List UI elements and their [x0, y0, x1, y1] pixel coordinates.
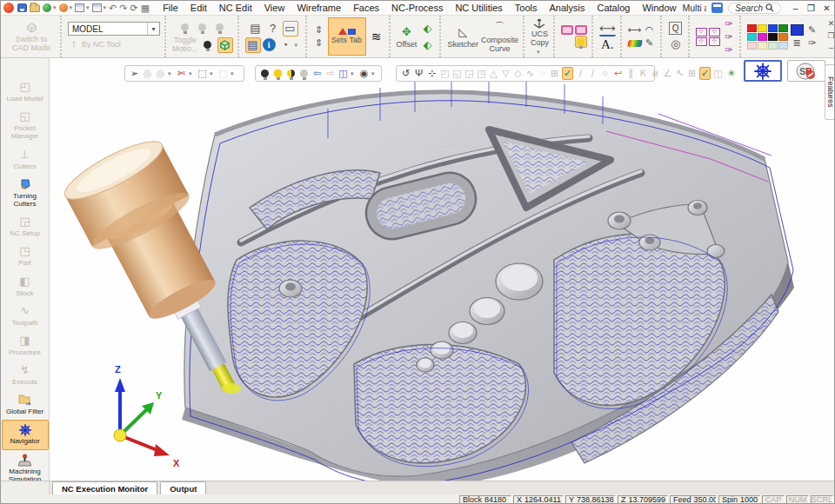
dropdown-icon[interactable]: ▾	[189, 70, 195, 77]
menu-item[interactable]: NC-Process	[385, 1, 449, 15]
model-mode-icon[interactable]	[43, 3, 51, 12]
menu-item[interactable]: Catalog	[591, 1, 636, 15]
face-icon[interactable]	[561, 25, 573, 35]
process-list-button[interactable]: ▤	[245, 37, 261, 53]
color-swatch[interactable]	[747, 33, 757, 41]
pick-curve-icon[interactable]: ✓	[699, 67, 711, 80]
toggle-bulb-icon[interactable]	[285, 67, 297, 80]
color-swatch[interactable]	[768, 33, 778, 41]
geometry-tool-icon[interactable]: ◰	[439, 67, 451, 80]
sidebar-item-global-filter[interactable]: Global Filter	[2, 390, 49, 420]
search-input[interactable]: Search	[728, 3, 781, 14]
measure-distance-icon[interactable]: ⟷	[628, 24, 642, 36]
geometry-tool-icon[interactable]: ◲	[464, 67, 475, 80]
menu-item[interactable]: View	[258, 1, 291, 15]
mesh-fill-icon[interactable]: ⁘	[709, 37, 720, 46]
sketcher-button[interactable]: ◺ Sketcher	[447, 24, 478, 50]
user-mode-icon[interactable]	[59, 3, 68, 12]
geometry-tool-icon[interactable]: ▽	[500, 67, 511, 80]
pencil-icon[interactable]: ✎	[806, 24, 818, 36]
line-tool-icon[interactable]: /	[575, 67, 586, 80]
navigator-view-button[interactable]	[744, 60, 782, 82]
marquee2-icon[interactable]: ⬚	[217, 67, 229, 80]
viewport-3d-scene[interactable]: Z Y X	[50, 58, 835, 481]
sidebar-item-turning-cutters[interactable]: Turning Cutters	[2, 175, 49, 212]
mesh-icon[interactable]: ⁘	[696, 28, 707, 36]
edit-tool-icon[interactable]: ↖	[674, 67, 685, 80]
restore-button[interactable]: ❐	[804, 2, 818, 15]
menu-item[interactable]: Edit	[184, 1, 213, 15]
color-swatch[interactable]	[758, 24, 767, 32]
color-swatch[interactable]	[768, 24, 778, 32]
menu-item[interactable]: Window	[636, 1, 682, 15]
pick-cursor-icon[interactable]: ➢	[129, 67, 140, 80]
color-swatch[interactable]	[747, 24, 757, 32]
color-swatch[interactable]	[778, 33, 788, 41]
doc-close-button[interactable]: ✕	[825, 17, 835, 29]
dimension-icon[interactable]: ⟷	[599, 21, 616, 36]
doc-minimize-button[interactable]: –	[825, 42, 835, 53]
line-styles-icon[interactable]: ≣	[791, 36, 803, 49]
tab-output[interactable]: Output	[160, 481, 206, 494]
edit-tool-icon[interactable]: K	[638, 67, 649, 80]
redo-icon[interactable]: ↷	[119, 3, 127, 13]
edit-tool-icon[interactable]: ∠	[662, 67, 673, 80]
zoom-pair-icon[interactable]: ◎	[668, 36, 684, 51]
normals-icon[interactable]: Ψ	[413, 67, 424, 80]
edit-tool-icon[interactable]: ⊞	[686, 67, 698, 80]
stamp-icon[interactable]: ✎	[644, 37, 656, 50]
save-icon[interactable]	[17, 3, 27, 12]
marquee-icon[interactable]: ⬚	[197, 67, 208, 80]
dropdown-icon[interactable]: ▾	[168, 70, 174, 77]
color-swatch[interactable]	[778, 42, 788, 50]
geometry-tool-icon[interactable]: ∿	[524, 67, 536, 80]
combo-dropdown-icon[interactable]: ▾	[147, 23, 159, 35]
lamp-icon[interactable]	[177, 20, 193, 36]
color-swatch[interactable]	[758, 33, 767, 41]
analysis-surface-icon[interactable]	[627, 40, 643, 47]
geometry-tool-icon[interactable]: ◌	[537, 67, 548, 80]
axes-icon[interactable]: ⊹	[426, 67, 438, 80]
view-forward-icon[interactable]: ⇨	[324, 67, 336, 80]
geometry-tool-icon[interactable]: ◳	[476, 67, 487, 80]
hand-bulb-icon[interactable]	[200, 37, 216, 53]
info-icon[interactable]: i	[263, 38, 276, 51]
solid-icon[interactable]: ◫	[712, 67, 724, 80]
text-tool-icon[interactable]: A.	[601, 37, 614, 52]
menu-item[interactable]: Faces	[347, 1, 385, 15]
by-nc-tool-button[interactable]: ⊺ By NC Tool	[68, 39, 121, 51]
menu-item[interactable]: Wireframe	[291, 1, 347, 15]
measure-vertical-icon[interactable]: ⇕	[313, 24, 325, 36]
edit-tool-icon[interactable]: ∥	[625, 67, 637, 80]
pick-surface-icon[interactable]: ◠	[643, 24, 655, 36]
sets-tab-button[interactable]: Sets Tab	[328, 17, 366, 56]
paintbrush-icon[interactable]: ✑	[806, 37, 818, 50]
dropdown-icon[interactable]: ▾	[371, 70, 377, 77]
select-ring-icon[interactable]: ◎	[142, 67, 153, 80]
offset-icon[interactable]: ✥	[398, 24, 414, 40]
window-layout-icon[interactable]	[75, 3, 84, 12]
brush-icon[interactable]: ✑	[723, 17, 735, 30]
edit-tool-icon[interactable]: ⌀	[650, 67, 661, 80]
geometry-tool-icon[interactable]: ⊞	[549, 67, 560, 80]
active-color-swatch[interactable]	[791, 24, 804, 36]
zoom-window-icon[interactable]: Q	[669, 22, 682, 35]
menu-item[interactable]: NC Utilities	[449, 1, 508, 15]
composite-curve-button[interactable]: ⌒ Composite Curve	[481, 20, 518, 54]
dropdown-icon[interactable]: ▾	[104, 4, 107, 11]
dropdown-icon[interactable]: ▾	[53, 4, 57, 11]
sidebar-item-navigator[interactable]: Navigator	[2, 420, 49, 449]
box-light-icon[interactable]	[212, 20, 228, 36]
color-swatch[interactable]	[768, 42, 778, 50]
open-folder-icon[interactable]	[30, 4, 40, 12]
hide-bulb-icon[interactable]	[259, 67, 271, 80]
close-button[interactable]: ✕	[819, 2, 834, 15]
model-combobox[interactable]: MODEL ▾	[68, 22, 160, 36]
capture-icon[interactable]	[92, 3, 102, 12]
sb-stop-button[interactable]: S B	[787, 60, 825, 82]
measure-list-icon[interactable]: ⇕	[313, 37, 325, 50]
dropdown-icon[interactable]: ▾	[86, 4, 90, 11]
menu-item[interactable]: File	[157, 1, 184, 15]
help-icon[interactable]: ?	[265, 21, 281, 36]
scribble-icon[interactable]: ≋	[369, 29, 384, 44]
